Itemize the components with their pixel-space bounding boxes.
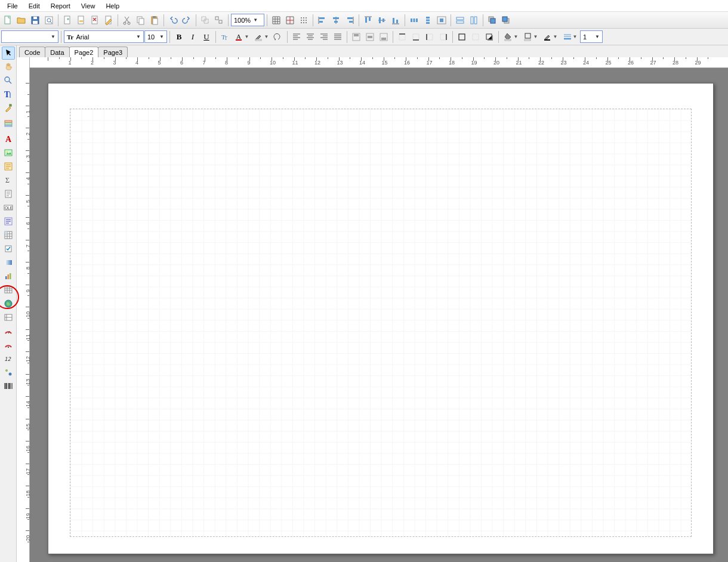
text-align-right-button[interactable] [317,30,331,44]
show-grid-button[interactable] [270,14,283,27]
zoom-combo[interactable]: 100%▼ [231,14,264,26]
fill-color-button[interactable]: ▼ [501,30,520,44]
insert-gauge-button[interactable] [2,325,15,338]
same-height-button[interactable] [467,14,480,27]
align-left-button[interactable] [316,14,329,27]
group-button[interactable] [199,14,212,27]
svg-text:T: T [224,36,227,41]
insert-table-button[interactable] [2,283,15,297]
vertical-ruler[interactable]: 1234567891011121314151617181920 [17,57,30,562]
align-bottom-button[interactable] [389,14,402,27]
align-top-button[interactable] [362,14,375,27]
save-button[interactable] [29,14,42,27]
text-valign-bottom-button[interactable] [377,30,390,44]
insert-text-button[interactable]: A [2,132,15,146]
text-tool[interactable]: T [2,88,15,101]
menu-help[interactable]: Help [101,1,124,11]
align-middle-button[interactable] [375,14,388,27]
text-align-left-button[interactable] [290,30,303,44]
insert-checkbox-button[interactable] [2,242,15,255]
underline-button[interactable]: U [200,30,213,44]
grid-settings-button[interactable] [297,14,310,27]
snap-grid-button[interactable] [283,14,297,27]
insert-line-button[interactable] [2,187,15,200]
frame-width-button[interactable]: ▼ [560,30,579,44]
line-width-combo[interactable]: 1▼ [580,30,603,43]
menu-view[interactable]: View [76,1,100,11]
italic-button[interactable]: I [186,30,199,44]
font-color-button[interactable]: A▼ [232,30,251,44]
frame-none-button[interactable] [469,30,482,44]
insert-crosstab-button[interactable] [2,228,15,242]
align-center-button[interactable] [329,14,343,27]
menu-file[interactable]: File [2,1,23,11]
new-dialog-button[interactable] [75,14,88,27]
tab-data[interactable]: Data [45,47,69,57]
band-tool[interactable] [2,117,15,130]
menu-edit[interactable]: Edit [24,1,45,11]
frame-top-button[interactable] [396,30,409,44]
space-vertical-button[interactable] [421,14,434,27]
preview-button[interactable] [42,14,55,27]
font-size-combo[interactable]: 10▼ [144,30,167,43]
text-rotate-button[interactable] [272,30,285,44]
paste-button[interactable] [148,14,161,27]
frame-all-button[interactable] [455,30,468,44]
page-settings-button[interactable] [102,14,115,27]
hand-tool[interactable] [2,60,15,73]
insert-ole-button[interactable]: OLE [2,201,15,214]
highlight-button[interactable]: ▼ [252,30,271,44]
frame-right-button[interactable] [437,30,450,44]
open-button[interactable] [15,14,28,27]
delete-page-button[interactable] [88,14,101,27]
zoom-tool[interactable] [2,74,15,87]
bring-front-button[interactable] [486,14,499,27]
frame-left-button[interactable] [423,30,436,44]
cut-button[interactable] [121,14,134,27]
insert-chart-button[interactable] [2,270,15,283]
new-page-button[interactable] [61,14,74,27]
frame-style-button[interactable]: ▼ [541,30,560,44]
frame-bottom-button[interactable] [409,30,422,44]
insert-sysmemo-button[interactable]: Σ [2,174,15,187]
same-width-button[interactable] [454,14,467,27]
insert-richtext-button[interactable] [2,215,15,228]
canvas-viewport[interactable] [30,68,728,562]
insert-zipcode-button[interactable] [2,366,15,379]
format-tool[interactable] [2,101,15,115]
insert-gradient-button[interactable] [2,256,15,269]
center-page-h-button[interactable] [435,14,448,27]
copy-button[interactable] [134,14,147,27]
text-align-justify-button[interactable] [331,30,344,44]
bold-button[interactable]: B [172,30,186,44]
text-valign-top-button[interactable] [350,30,363,44]
undo-button[interactable] [166,14,180,27]
tab-page2[interactable]: Page2 [69,47,99,57]
align-right-button[interactable] [343,14,356,27]
text-valign-middle-button[interactable] [363,30,377,44]
menu-report[interactable]: Report [46,1,75,11]
send-back-button[interactable] [499,14,513,27]
select-tool[interactable] [2,47,15,60]
text-align-center-button[interactable] [304,30,317,44]
space-horizontal-button[interactable] [408,14,421,27]
frame-shadow-button[interactable] [483,30,496,44]
tab-page3[interactable]: Page3 [98,47,128,57]
ungroup-button[interactable] [212,14,226,27]
insert-picture-button[interactable] [2,146,15,159]
font-settings-button[interactable]: TT [218,30,232,44]
horizontal-ruler[interactable]: 1234567891011121314151617181920212223242… [30,57,728,68]
insert-map-button[interactable] [2,297,15,310]
insert-barcode-button[interactable] [2,379,15,393]
insert-cellular-button[interactable] [2,311,15,324]
style-combo[interactable]: ▼ [1,30,58,43]
frame-color-button[interactable]: ▼ [521,30,540,44]
insert-subreport-button[interactable] [2,160,15,173]
new-button[interactable] [1,14,14,27]
insert-dial-button[interactable] [2,338,15,351]
tab-code[interactable]: Code [19,47,45,57]
redo-button[interactable] [180,14,193,27]
page-surface[interactable] [48,83,714,554]
insert-digital-button[interactable]: 12 [2,352,15,365]
font-name-combo[interactable]: TrArial▼ [64,30,144,43]
